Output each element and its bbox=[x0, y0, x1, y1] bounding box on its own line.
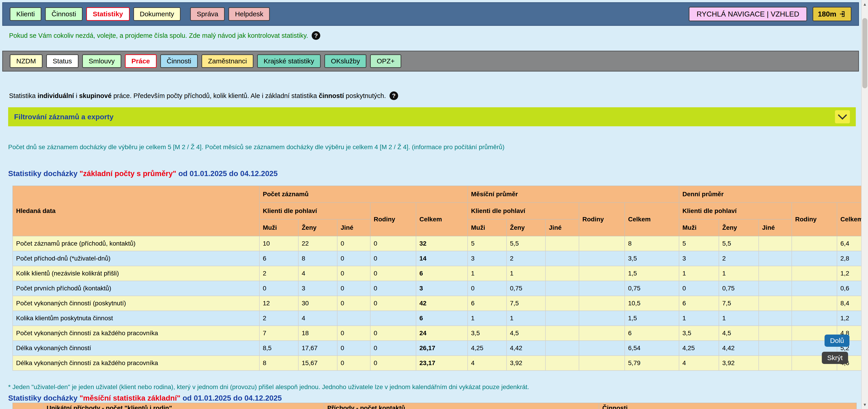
cell-value: 3,5 bbox=[625, 251, 679, 266]
quick-navigation-button[interactable]: RYCHLÁ NAVIGACE | VZHLED bbox=[689, 7, 807, 21]
cell-value: 4,25 bbox=[468, 341, 506, 355]
cell-value: 24 bbox=[416, 326, 468, 341]
cell-value: 8 bbox=[625, 236, 679, 251]
header-muzi: Muži bbox=[468, 219, 506, 236]
cell-value: 0,75 bbox=[625, 281, 679, 296]
header-group-pocet-zaznamu: Počet záznamů bbox=[259, 186, 468, 202]
subnav-krajske-statistiky[interactable]: Krajské statistiky bbox=[257, 54, 321, 68]
filter-collapse-toggle[interactable] bbox=[835, 110, 850, 123]
attendance-stats-table: Hledaná data Počet záznamů Měsíční průmě… bbox=[12, 186, 862, 371]
row-label: Počet vykonaných činností (poskytnutí) bbox=[13, 296, 259, 311]
scrollbar-thumb[interactable] bbox=[862, 18, 867, 88]
cell-value: 4,42 bbox=[719, 341, 759, 355]
header-celkem: Celkem bbox=[837, 202, 862, 236]
nav-klienti[interactable]: Klienti bbox=[10, 7, 41, 21]
table-row: Kolik klientů (nezávisle kolikrát přišli… bbox=[13, 266, 862, 281]
cell-value: 10 bbox=[259, 236, 298, 251]
help-icon[interactable]: ? bbox=[390, 91, 398, 100]
intro-sentence: Statistika individuální i skupinové prác… bbox=[9, 92, 386, 100]
cell-value: 0 bbox=[337, 341, 370, 355]
cell-value: 4,25 bbox=[679, 341, 719, 355]
scrollbar-up-icon[interactable]: ▲ bbox=[862, 1, 868, 8]
cell-value: 18 bbox=[298, 326, 337, 341]
subnav-opz[interactable]: OPZ+ bbox=[370, 54, 401, 68]
cell-value: 3,92 bbox=[506, 355, 546, 371]
cell-value: 1 bbox=[468, 311, 506, 326]
hide-button[interactable]: Skrýt bbox=[822, 352, 848, 364]
header-prichody-kontakty: Příchody - počet kontaktů bbox=[324, 403, 599, 409]
scrollbar[interactable]: ▲ ▼ bbox=[861, 0, 868, 409]
cell-value: 1,5 bbox=[625, 311, 679, 326]
cell-value: 0 bbox=[370, 266, 416, 281]
header-group-denni-prumer: Denní průměr bbox=[679, 186, 862, 202]
subnav-oksluzby[interactable]: OKslužby bbox=[324, 54, 366, 68]
scrollbar-down-icon[interactable]: ▼ bbox=[862, 401, 868, 408]
cell-value: 3 bbox=[679, 251, 719, 266]
table-row: Počet vykonaných činností za každého pra… bbox=[13, 326, 862, 341]
session-logout-button[interactable]: 180m bbox=[812, 7, 851, 21]
cell-value: 6 bbox=[259, 251, 298, 266]
monthly-stats-table: Unikátní příchody - počet "klientů i rod… bbox=[12, 403, 857, 409]
table1-title-highlight: "základní počty s průměry" bbox=[80, 169, 176, 178]
cell-value bbox=[546, 236, 579, 251]
cell-value: 10,5 bbox=[625, 296, 679, 311]
cell-value: 6,54 bbox=[625, 341, 679, 355]
subnav-cinnosti[interactable]: Činnosti bbox=[160, 54, 198, 68]
table-row: Počet prvních příchodů (kontaktů)0300300… bbox=[13, 281, 862, 296]
filter-bar-title: Filtrování záznamů a exporty bbox=[14, 113, 114, 121]
help-icon[interactable]: ? bbox=[312, 31, 320, 40]
cell-value bbox=[759, 355, 792, 371]
cell-value: 0 bbox=[337, 355, 370, 371]
cell-value: 4 bbox=[468, 355, 506, 371]
cell-value: 1 bbox=[506, 266, 546, 281]
logout-icon bbox=[839, 10, 846, 18]
table2-title-highlight: "měsíční statistika základní" bbox=[80, 394, 180, 402]
cell-value bbox=[546, 311, 579, 326]
support-notice-text[interactable]: Pokud se Vám cokoliv nezdá, volejte, a p… bbox=[9, 32, 308, 39]
nav-cinnosti[interactable]: Činnosti bbox=[45, 7, 83, 21]
cell-value: 3 bbox=[416, 281, 468, 296]
cell-value: 1 bbox=[506, 311, 546, 326]
subnav-zamestnanci[interactable]: Zaměstnanci bbox=[202, 54, 253, 68]
intro-text: Statistika individuální i skupinové prác… bbox=[9, 91, 398, 100]
cell-value: 5,79 bbox=[625, 355, 679, 371]
cell-value bbox=[546, 326, 579, 341]
support-notice: Pokud se Vám cokoliv nezdá, volejte, a p… bbox=[9, 31, 320, 40]
cell-value: 2 bbox=[259, 311, 298, 326]
cell-value: 1 bbox=[468, 266, 506, 281]
nav-sprava[interactable]: Správa bbox=[190, 7, 225, 21]
cell-value: 4 bbox=[679, 355, 719, 371]
subnav-status[interactable]: Status bbox=[46, 54, 79, 68]
cell-value bbox=[337, 311, 370, 326]
app-root: Klienti Činnosti Statistiky Dokumenty Sp… bbox=[0, 0, 868, 409]
cell-value: 17,67 bbox=[298, 341, 337, 355]
row-label: Kolik klientů (nezávisle kolikrát přišli… bbox=[13, 266, 259, 281]
subnav-prace[interactable]: Práce bbox=[125, 54, 157, 68]
cell-value bbox=[579, 311, 625, 326]
cell-value bbox=[579, 251, 625, 266]
nav-dokumenty[interactable]: Dokumenty bbox=[133, 7, 181, 21]
cell-value bbox=[370, 311, 416, 326]
session-time-label: 180m bbox=[818, 10, 836, 18]
scroll-down-button[interactable]: Dolů bbox=[825, 335, 849, 347]
cell-value: 0 bbox=[337, 266, 370, 281]
cell-value: 6 bbox=[679, 296, 719, 311]
subnav-smlouvy[interactable]: Smlouvy bbox=[82, 54, 121, 68]
cell-value bbox=[546, 355, 579, 371]
cell-value: 30 bbox=[298, 296, 337, 311]
cell-value: 6,4 bbox=[837, 236, 862, 251]
cell-value: 1,2 bbox=[837, 266, 862, 281]
nav-statistiky[interactable]: Statistiky bbox=[86, 7, 129, 21]
subnav-nzdm[interactable]: NZDM bbox=[10, 54, 42, 68]
cell-value: 0 bbox=[370, 236, 416, 251]
cell-value: 1 bbox=[719, 311, 759, 326]
filter-export-bar[interactable]: Filtrování záznamů a exporty bbox=[8, 107, 856, 126]
nav-helpdesk[interactable]: Helpdesk bbox=[228, 7, 270, 21]
cell-value: 3 bbox=[468, 251, 506, 266]
header-zeny: Ženy bbox=[298, 219, 337, 236]
top-navigation-bar: Klienti Činnosti Statistiky Dokumenty Sp… bbox=[2, 2, 859, 26]
chevron-down-icon bbox=[837, 114, 847, 120]
cell-value: 7 bbox=[259, 326, 298, 341]
cell-value: 2 bbox=[719, 251, 759, 266]
row-label: Délka vykonaných činností bbox=[13, 341, 259, 355]
